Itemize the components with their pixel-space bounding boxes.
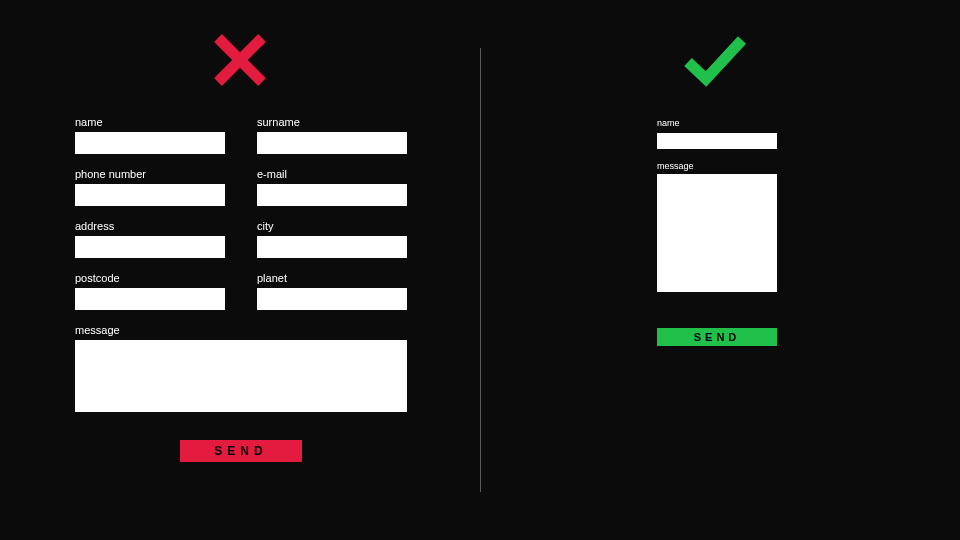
label-postcode: postcode (75, 272, 225, 284)
label-city: city (257, 220, 407, 232)
field-message-good: message (657, 161, 777, 296)
input-surname[interactable] (257, 132, 407, 154)
label-email: e-mail (257, 168, 407, 180)
label-message-good: message (657, 161, 777, 171)
check-icon (680, 30, 750, 90)
bad-form: name surname phone number e-mail address (75, 116, 407, 462)
label-surname: surname (257, 116, 407, 128)
good-form: name message SEND (657, 118, 777, 346)
field-message: message (75, 324, 407, 416)
input-message-good[interactable] (657, 174, 777, 292)
input-city[interactable] (257, 236, 407, 258)
label-planet: planet (257, 272, 407, 284)
input-address[interactable] (75, 236, 225, 258)
input-planet[interactable] (257, 288, 407, 310)
field-name: name (75, 116, 225, 154)
field-planet: planet (257, 272, 407, 310)
input-postcode[interactable] (75, 288, 225, 310)
field-name-good: name (657, 118, 777, 149)
label-message: message (75, 324, 407, 336)
vertical-divider (480, 48, 481, 492)
cross-icon (210, 30, 270, 90)
label-phone: phone number (75, 168, 225, 180)
input-message[interactable] (75, 340, 407, 412)
field-address: address (75, 220, 225, 258)
field-city: city (257, 220, 407, 258)
field-phone: phone number (75, 168, 225, 206)
input-name[interactable] (75, 132, 225, 154)
input-phone[interactable] (75, 184, 225, 206)
field-postcode: postcode (75, 272, 225, 310)
label-name: name (75, 116, 225, 128)
field-email: e-mail (257, 168, 407, 206)
input-name-good[interactable] (657, 133, 777, 149)
label-name-good: name (657, 118, 777, 128)
send-button-good[interactable]: SEND (657, 328, 777, 346)
label-address: address (75, 220, 225, 232)
field-surname: surname (257, 116, 407, 154)
send-button-bad[interactable]: SEND (180, 440, 302, 462)
input-email[interactable] (257, 184, 407, 206)
